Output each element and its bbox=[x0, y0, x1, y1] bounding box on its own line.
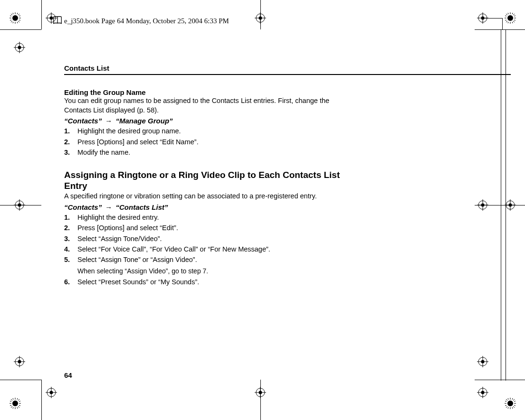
trim-line-center-bot bbox=[260, 380, 261, 420]
book-icon bbox=[52, 15, 63, 26]
page-content: Contacts List Editing the Group Name You… bbox=[64, 64, 397, 292]
trim-line-left bbox=[41, 380, 42, 420]
registration-mark-icon bbox=[505, 199, 516, 211]
arrow-icon: → bbox=[104, 203, 114, 211]
registration-mark-icon bbox=[14, 199, 25, 211]
sunburst-icon bbox=[10, 398, 21, 409]
step-item: Select “Assign Tone/Video”. bbox=[64, 233, 397, 244]
trim-line-top bbox=[475, 29, 525, 30]
step-item: Select “Assign Tone” or “Assign Video”. … bbox=[64, 254, 397, 276]
menu-path: “Contacts” → “Contacts List” bbox=[64, 203, 397, 211]
registration-mark-icon bbox=[477, 356, 488, 367]
step-item: Press [Options] and select “Edit Name”. bbox=[64, 137, 397, 147]
trim-line-bot bbox=[0, 380, 41, 380]
section-rule bbox=[64, 74, 511, 75]
registration-mark-icon bbox=[255, 12, 266, 24]
step-item: Highlight the desired group name. bbox=[64, 126, 397, 136]
section-title: Contacts List bbox=[64, 64, 397, 72]
step-item: Select “For Voice Call”, “For Video Call… bbox=[64, 244, 397, 254]
trim-line-left bbox=[41, 0, 42, 29]
trim-line-bot bbox=[475, 380, 525, 380]
trim-line-top bbox=[0, 29, 41, 30]
registration-mark-icon bbox=[14, 356, 25, 367]
arrow-icon: → bbox=[104, 117, 114, 125]
page-number: 64 bbox=[64, 371, 72, 379]
intro-paragraph: A specified ringtone or vibration settin… bbox=[64, 192, 397, 201]
menu-path-part: “Manage Group” bbox=[116, 117, 173, 125]
sunburst-icon bbox=[505, 398, 516, 409]
step-subnote: When selecting “Assign Video”, go to ste… bbox=[77, 266, 397, 277]
step-text: Select “Assign Tone” or “Assign Video”. bbox=[77, 256, 197, 263]
step-item: Press [Options] and select “Edit”. bbox=[64, 223, 397, 233]
file-meta-header: e_j350.book Page 64 Monday, October 25, … bbox=[64, 17, 229, 25]
intro-paragraph: You can edit group names to be assigned … bbox=[64, 96, 349, 115]
subsection-heading: Editing the Group Name bbox=[64, 88, 397, 96]
menu-path: “Contacts” → “Manage Group” bbox=[64, 117, 397, 125]
menu-path-part: “Contacts” bbox=[64, 203, 102, 211]
registration-mark-icon bbox=[477, 199, 488, 211]
connector-line bbox=[502, 18, 503, 30]
trim-line-right-inner bbox=[501, 29, 501, 381]
step-item: Select “Preset Sounds” or “My Sounds”. bbox=[64, 277, 397, 287]
registration-mark-icon bbox=[477, 12, 488, 24]
registration-mark-icon bbox=[255, 387, 266, 398]
menu-path-part: “Contacts List” bbox=[116, 203, 168, 211]
sunburst-icon bbox=[505, 12, 516, 24]
steps-list: Highlight the desired group name. Press … bbox=[64, 126, 397, 158]
registration-mark-icon bbox=[14, 42, 25, 53]
subsection-heading: Assigning a Ringtone or a Ring Video Cli… bbox=[64, 169, 359, 192]
registration-mark-icon bbox=[477, 387, 488, 398]
steps-list: Highlight the desired entry. Press [Opti… bbox=[64, 212, 397, 288]
menu-path-part: “Contacts” bbox=[64, 117, 102, 125]
registration-mark-icon bbox=[46, 387, 57, 398]
sunburst-icon bbox=[10, 12, 21, 24]
step-item: Highlight the desired entry. bbox=[64, 212, 397, 223]
step-item: Modify the name. bbox=[64, 147, 397, 158]
